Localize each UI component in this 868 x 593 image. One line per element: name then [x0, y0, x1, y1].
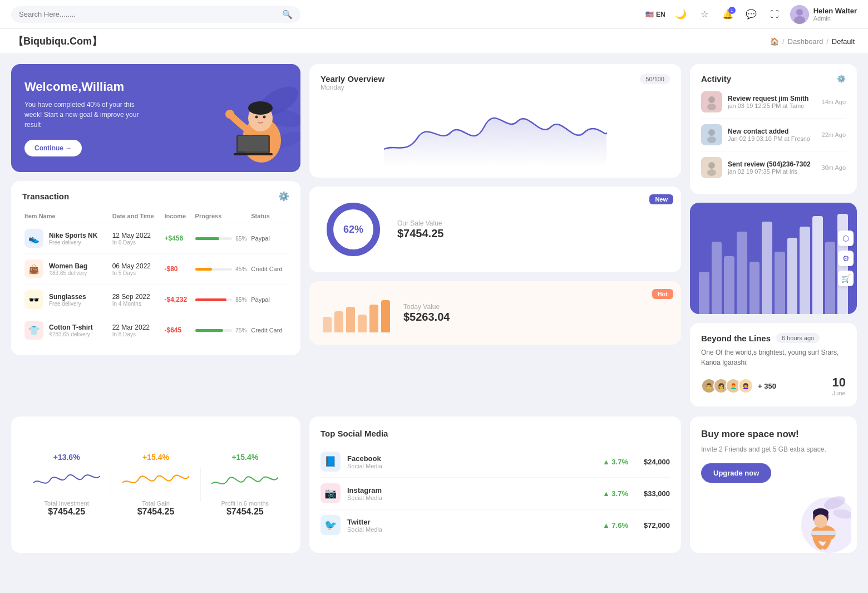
svg-rect-9: [234, 153, 273, 155]
search-box[interactable]: 🔍: [11, 6, 300, 23]
social-row: 🐦 Twitter Social Media ▲ 7.6% $72,000: [320, 509, 670, 541]
transaction-settings-icon[interactable]: ⚙️: [278, 191, 289, 202]
col-progress: Progress: [193, 209, 249, 223]
transaction-card: Transaction ⚙️ Item Name Date and Time I…: [11, 181, 300, 355]
sale-info: Our Sale Value $7454.25: [397, 219, 443, 240]
beyond-footer: 👨 👩 👨‍🦰 👩‍🦱 + 350 10 June: [701, 375, 846, 396]
activity-header: Activity ⚙️: [701, 74, 846, 84]
table-row: 🕶️ Sunglasses Free delivery 28 Sep 2022 …: [22, 285, 289, 315]
col-status: Status: [249, 209, 289, 223]
welcome-card: Welcome,William You have completed 40% o…: [11, 64, 300, 172]
message-icon[interactable]: 💬: [743, 7, 759, 22]
viz-bar-4: [737, 232, 747, 314]
date-month: June: [832, 390, 846, 396]
stat-profit-wave: [211, 466, 278, 494]
social-header: Top Social Media: [320, 429, 670, 438]
viz-bar-10: [812, 216, 823, 314]
user-text: Helen Walter Admin: [813, 7, 857, 22]
avatar-4: 👩‍🦱: [738, 378, 753, 394]
svg-rect-30: [811, 531, 836, 535]
dark-mode-icon[interactable]: 🌙: [673, 7, 689, 22]
stat-gain-label: Total Gain: [111, 500, 200, 507]
continue-button[interactable]: Continue →: [24, 140, 82, 156]
social-row: 📘 Facebook Social Media ▲ 3.7% $24,000: [320, 446, 670, 478]
user-info[interactable]: Helen Walter Admin: [790, 5, 857, 24]
transaction-table: Item Name Date and Time Income Progress …: [22, 209, 289, 345]
chart-icon-2[interactable]: ⚙: [838, 251, 854, 266]
breadcrumb-current: Default: [832, 37, 855, 46]
col-date: Date and Time: [110, 209, 162, 223]
lang-selector[interactable]: 🇺🇸 EN: [645, 11, 665, 18]
welcome-illustration: [189, 64, 300, 172]
col-item: Item Name: [22, 209, 110, 223]
search-input[interactable]: [19, 10, 278, 18]
stat-profit-value: $7454.25: [201, 507, 289, 517]
today-value-card: Hot Today Value $5263.04: [309, 281, 681, 345]
date-num: 10: [832, 375, 846, 390]
beyond-title: Beyond the Lines: [701, 334, 771, 343]
breadcrumb-section[interactable]: Dashboard: [788, 37, 823, 46]
svg-point-33: [814, 514, 827, 528]
stat-investment-label: Total Investment: [22, 500, 111, 507]
breadcrumb: 🏠 / Dashboard / Default: [770, 37, 855, 46]
new-badge: New: [649, 194, 673, 204]
beyond-time: 6 hours ago: [776, 333, 820, 343]
bar-5: [369, 305, 378, 332]
social-list: 📘 Facebook Social Media ▲ 3.7% $24,000 📷…: [320, 446, 670, 541]
upgrade-illustration: [779, 481, 851, 553]
viz-bar-3: [724, 256, 734, 314]
yearly-badge: 50/100: [640, 74, 670, 84]
stat-investment: +13.6% Total Investment $7454.25: [22, 453, 111, 517]
donut-chart: 62%: [323, 199, 384, 260]
transaction-title: Transaction: [22, 192, 69, 201]
activity-settings-icon[interactable]: ⚙️: [837, 75, 846, 83]
notification-icon[interactable]: 🔔1: [720, 7, 736, 22]
home-icon[interactable]: 🏠: [770, 37, 779, 46]
yearly-overview-card: Yearly Overview Monday 50/100: [309, 64, 681, 178]
upgrade-button[interactable]: Upgrade now: [701, 463, 771, 483]
chart-icon-1[interactable]: ⬡: [838, 231, 854, 246]
social-media-card: Top Social Media 📘 Facebook Social Media…: [309, 416, 681, 553]
chart-side-icons: ⬡ ⚙ 🛒: [834, 226, 857, 291]
table-row: 👟 Nike Sports NK Free delivery 12 May 20…: [22, 223, 289, 254]
sep2: /: [826, 37, 828, 46]
notification-badge: 1: [728, 7, 736, 14]
middle-column: Yearly Overview Monday 50/100 New: [309, 64, 681, 406]
activity-card: Activity ⚙️ Review request jim Smith jan…: [690, 64, 857, 194]
chart-icon-3[interactable]: 🛒: [838, 271, 854, 286]
viz-bar-6: [762, 222, 772, 314]
nav-icons: 🇺🇸 EN 🌙 ☆ 🔔1 💬 ⛶ Helen Walter Admin: [645, 5, 857, 24]
svg-point-21: [708, 129, 715, 136]
upgrade-desc: Invite 2 Friends and get 5 GB extra spac…: [701, 444, 846, 454]
user-role: Admin: [813, 15, 857, 22]
sep1: /: [782, 37, 785, 46]
yearly-chart: [320, 99, 670, 166]
table-row: 👜 Women Bag ₹83.65 delivery 06 May 2022 …: [22, 254, 289, 285]
right-column: Activity ⚙️ Review request jim Smith jan…: [690, 64, 857, 406]
stat-gain: +15.4% Total Gain $7454.25: [111, 453, 200, 517]
welcome-desc: You have completed 40% of your this week…: [24, 100, 147, 130]
today-value: $5263.04: [403, 311, 450, 324]
viz-bar-9: [800, 227, 810, 314]
stat-profit: +15.4% Profit in 6 months $7454.25: [201, 453, 289, 517]
bar-chart-viz: [690, 203, 857, 314]
activity-item: Review request jim Smith jan 03 19 12:25…: [701, 86, 846, 119]
bar-6: [381, 300, 390, 332]
activity-item: New contact added Jan 02 19 03:10 PM at …: [701, 119, 846, 151]
activity-title: Activity: [701, 74, 731, 84]
social-title: Top Social Media: [320, 429, 388, 438]
star-icon[interactable]: ☆: [697, 7, 712, 22]
stat-gain-pct: +15.4%: [111, 453, 200, 462]
stat-gain-value: $7454.25: [111, 507, 200, 517]
topnav: 🔍 🇺🇸 EN 🌙 ☆ 🔔1 💬 ⛶ Helen Walter Admin: [0, 0, 868, 29]
sale-value: $7454.25: [397, 227, 443, 240]
svg-point-24: [708, 162, 715, 169]
fullscreen-icon[interactable]: ⛶: [767, 7, 782, 22]
flag-icon: 🇺🇸: [645, 11, 654, 18]
sale-value-card: New 62% Our Sale Value $7454.25: [309, 187, 681, 272]
viz-bar-5: [749, 262, 760, 314]
activity-list: Review request jim Smith jan 03 19 12:25…: [701, 86, 846, 184]
upgrade-card: Buy more space now! Invite 2 Friends and…: [690, 416, 857, 553]
viz-bar-2: [712, 242, 722, 314]
stats-mini-card: +13.6% Total Investment $7454.25 +15.4% …: [11, 416, 300, 553]
